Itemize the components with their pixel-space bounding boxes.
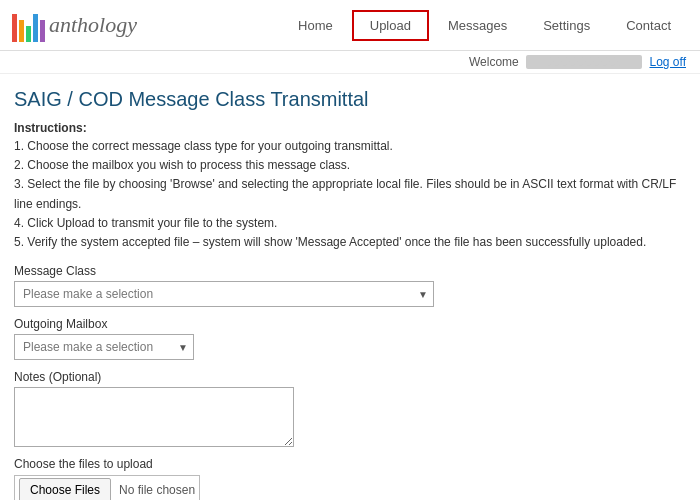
nav-item-upload[interactable]: Upload bbox=[352, 10, 429, 41]
file-upload-label: Choose the files to upload bbox=[14, 457, 686, 471]
file-upload-row: Choose Files No file chosen bbox=[14, 475, 200, 500]
choose-files-button[interactable]: Choose Files bbox=[19, 478, 111, 500]
main-nav: HomeUploadMessagesSettingsContact bbox=[279, 10, 688, 41]
username-masked: XXXXXXXXX bbox=[526, 55, 642, 69]
notes-label: Notes (Optional) bbox=[14, 370, 686, 384]
nav-item-home[interactable]: Home bbox=[281, 11, 350, 40]
outgoing-mailbox-field: Outgoing Mailbox Please make a selection… bbox=[14, 317, 686, 360]
instruction-line: 2. Choose the mailbox you wish to proces… bbox=[14, 156, 686, 175]
instructions-heading: Instructions: bbox=[14, 121, 686, 135]
welcome-bar: Welcome XXXXXXXXX Log off bbox=[0, 51, 700, 74]
nav-item-contact[interactable]: Contact bbox=[609, 11, 688, 40]
file-upload-section: Choose the files to upload Choose Files … bbox=[14, 457, 686, 500]
logo-text: anthology bbox=[49, 12, 137, 38]
logo-bar bbox=[33, 14, 38, 42]
logo-bar bbox=[26, 26, 31, 42]
instruction-line: 4. Click Upload to transmit your file to… bbox=[14, 214, 686, 233]
outgoing-mailbox-select[interactable]: Please make a selection bbox=[14, 334, 194, 360]
no-file-text: No file chosen bbox=[119, 483, 195, 497]
logo-container: anthology bbox=[12, 8, 137, 42]
main-content: SAIG / COD Message Class Transmittal Ins… bbox=[0, 74, 700, 500]
page-title: SAIG / COD Message Class Transmittal bbox=[14, 88, 686, 111]
nav-item-settings[interactable]: Settings bbox=[526, 11, 607, 40]
logoff-link[interactable]: Log off bbox=[650, 55, 686, 69]
instruction-line: 5. Verify the system accepted file – sys… bbox=[14, 233, 686, 252]
instruction-line: 3. Select the file by choosing 'Browse' … bbox=[14, 175, 686, 213]
header: anthology HomeUploadMessagesSettingsCont… bbox=[0, 0, 700, 51]
logo-bar bbox=[12, 14, 17, 42]
welcome-label: Welcome bbox=[469, 55, 519, 69]
notes-field: Notes (Optional) bbox=[14, 370, 686, 447]
instruction-line: 1. Choose the correct message class type… bbox=[14, 137, 686, 156]
message-class-select[interactable]: Please make a selection bbox=[14, 281, 434, 307]
instructions-section: Instructions: 1. Choose the correct mess… bbox=[14, 121, 686, 252]
logo-bar bbox=[19, 20, 24, 42]
outgoing-mailbox-label: Outgoing Mailbox bbox=[14, 317, 686, 331]
message-class-field: Message Class Please make a selection ▼ bbox=[14, 264, 686, 307]
message-class-label: Message Class bbox=[14, 264, 686, 278]
nav-item-messages[interactable]: Messages bbox=[431, 11, 524, 40]
logo-bar bbox=[40, 20, 45, 42]
logo-bars-icon bbox=[12, 8, 45, 42]
notes-textarea[interactable] bbox=[14, 387, 294, 447]
